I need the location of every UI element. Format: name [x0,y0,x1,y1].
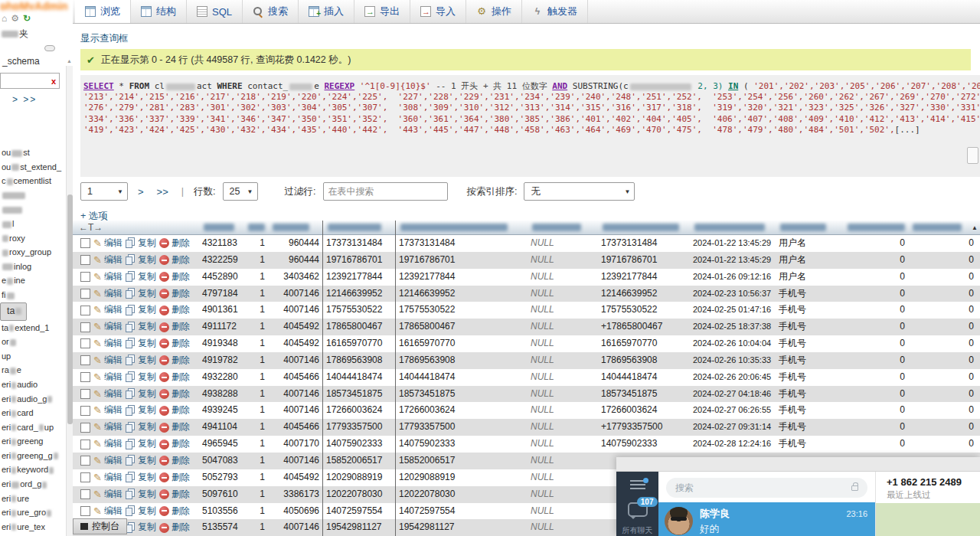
delete-link[interactable]: 删除 [159,386,190,403]
sidebar-table-item[interactable]: ta [0,302,27,321]
edit-link[interactable]: ✎编辑 [93,386,122,403]
delete-link[interactable]: 删除 [159,519,190,536]
row-checkbox[interactable] [80,355,90,365]
edit-link[interactable]: ✎编辑 [93,252,122,269]
delete-link[interactable]: 删除 [159,335,190,352]
copy-link[interactable]: 复制 [126,453,156,469]
column-header[interactable] [528,221,598,235]
sidebar-table-item[interactable]: eriord_g [0,477,64,492]
row-checkbox[interactable] [80,272,90,282]
row-checkbox[interactable] [80,238,90,248]
copy-link[interactable]: 复制 [126,386,156,403]
row-checkbox[interactable] [80,372,90,382]
column-header[interactable] [396,221,528,235]
delete-link[interactable]: 删除 [159,269,190,286]
refresh-icon[interactable]: ↻ [23,13,31,24]
copy-link[interactable]: 复制 [126,286,156,302]
copy-link[interactable]: 复制 [126,436,156,453]
tab-browse[interactable]: 浏览 [75,0,131,23]
edit-link[interactable]: ✎编辑 [93,419,122,436]
sidebar-table-item[interactable]: eriure_gro [0,505,64,520]
rows-select[interactable]: 25▼ [223,182,258,201]
row-checkbox[interactable] [80,255,90,265]
row-checkbox[interactable] [80,338,90,348]
sort-arrow-icon[interactable]: ▲ [972,224,978,231]
tab-insert[interactable]: 插入 [299,0,354,23]
database-name[interactable]: _schema [0,51,73,67]
gear-icon[interactable]: ⚙ [11,13,19,24]
copy-link[interactable]: 复制 [126,469,156,486]
edit-link[interactable]: ✎编辑 [93,436,122,453]
sidebar-table-item[interactable]: ericard [0,406,64,420]
row-checkbox[interactable] [80,506,90,516]
delete-link[interactable]: 删除 [159,302,190,319]
row-checkbox[interactable] [80,472,90,482]
copy-link[interactable]: 复制 [126,486,156,503]
delete-link[interactable]: 删除 [159,235,190,252]
copy-link[interactable]: 复制 [126,519,156,536]
column-header[interactable] [843,221,908,235]
row-checkbox[interactable] [80,289,90,299]
row-checkbox[interactable] [80,440,90,449]
filter-rows-input[interactable] [323,182,448,201]
copy-link[interactable]: 复制 [126,503,156,520]
edit-link[interactable]: ✎编辑 [93,453,122,469]
tab-triggers[interactable]: 触发器 [522,0,588,23]
next-page-button[interactable]: > [135,186,147,198]
sidebar-table-item[interactable]: erikeyword [0,462,64,477]
nav-pagination[interactable]: > >> [0,89,73,105]
row-checkbox[interactable] [80,406,90,416]
row-checkbox[interactable] [80,489,90,499]
tab-structure[interactable]: 结构 [131,0,187,23]
column-header[interactable] [268,221,323,235]
sidebar-table-item[interactable]: ericard_up [0,420,64,435]
scroll-up-arrow[interactable]: ▲ [67,58,72,64]
edit-link[interactable]: ✎编辑 [93,352,122,369]
delete-link[interactable]: 删除 [159,436,190,453]
sidebar-table-item[interactable]: eriaudio [0,377,64,392]
row-checkbox[interactable] [80,389,90,399]
copy-link[interactable]: 复制 [126,319,156,335]
copy-link[interactable]: 复制 [126,252,156,269]
column-header[interactable] [323,221,396,235]
row-checkbox[interactable] [80,456,90,466]
sidebar-table-item[interactable]: eine [0,273,64,288]
tab-operations[interactable]: 操作 [466,0,522,23]
edit-link[interactable]: ✎编辑 [93,369,122,386]
sidebar-table-item[interactable]: roxy_group [0,245,64,260]
home-icon[interactable]: ⌂ [2,13,7,24]
delete-link[interactable]: 删除 [159,469,190,486]
delete-link[interactable]: 删除 [159,319,190,335]
nav-scrollbar[interactable] [66,66,73,536]
edit-link[interactable]: ✎编辑 [93,286,122,302]
delete-link[interactable]: 删除 [159,503,190,520]
last-page-button[interactable]: >> [154,186,172,198]
panel-collapse-handle[interactable] [44,45,55,51]
copy-link[interactable]: 复制 [126,302,156,319]
sidebar-table-item[interactable]: eriaudio_g [0,392,64,407]
sidebar-table-item[interactable]: erigreeng_g [0,449,64,463]
sidebar-table-item[interactable]: eriure [0,492,64,506]
sidebar-table-item[interactable]: oust [0,145,64,160]
column-header[interactable] [908,221,977,235]
sidebar-table-item[interactable]: inlog [0,260,64,274]
sidebar-table-item[interactable]: fi [0,288,64,302]
copy-link[interactable]: 复制 [126,235,156,252]
edit-link[interactable]: ✎编辑 [93,335,122,352]
sidebar-table-item[interactable] [0,188,64,203]
edit-link[interactable]: ✎编辑 [93,269,122,286]
scrollbar-thumb[interactable] [967,147,978,164]
edit-link[interactable]: ✎编辑 [93,402,122,419]
delete-link[interactable]: 删除 [159,252,190,269]
tab-sql[interactable]: SQL [187,0,243,23]
sidebar-table-item[interactable]: l [0,217,64,231]
table-filter-box[interactable]: x [0,73,60,89]
row-checkbox[interactable] [80,306,90,315]
sidebar-table-item[interactable]: ccementlist [0,174,64,188]
edit-link[interactable]: ✎编辑 [93,319,122,335]
sidebar-table-item[interactable]: taextend_1 [0,321,64,335]
row-checkbox[interactable] [80,423,90,433]
chat-search-input[interactable]: 搜索 [666,478,867,498]
sidebar-table-item[interactable]: rae [0,363,64,377]
show-query-box-link[interactable]: 显示查询框 [80,32,129,45]
